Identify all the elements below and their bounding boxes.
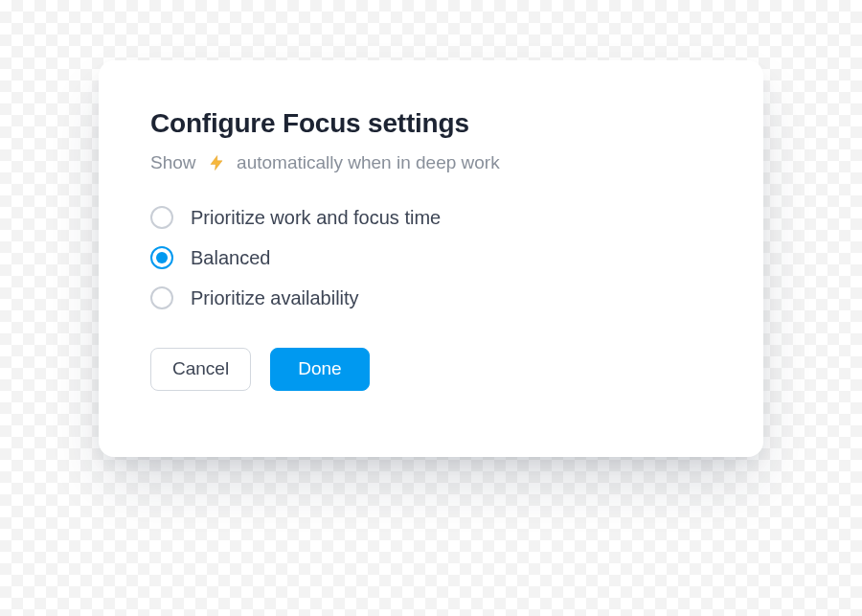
modal-subtitle: Show automatically when in deep work <box>150 152 712 173</box>
option-prioritize-availability[interactable]: Prioritize availability <box>150 286 712 309</box>
radio-icon-selected <box>150 246 173 269</box>
cancel-button[interactable]: Cancel <box>150 348 251 391</box>
focus-settings-modal: Configure Focus settings Show automatica… <box>99 60 763 457</box>
done-button[interactable]: Done <box>270 348 369 391</box>
option-prioritize-work[interactable]: Prioritize work and focus time <box>150 206 712 229</box>
modal-actions: Cancel Done <box>150 348 712 391</box>
option-label: Prioritize work and focus time <box>191 207 441 229</box>
option-label: Balanced <box>191 247 270 269</box>
radio-icon <box>150 206 173 229</box>
lightning-icon <box>207 153 226 172</box>
subtitle-pre: Show <box>150 152 201 173</box>
radio-icon <box>150 286 173 309</box>
option-label: Prioritize availability <box>191 287 359 309</box>
option-balanced[interactable]: Balanced <box>150 246 712 269</box>
modal-title: Configure Focus settings <box>150 108 712 139</box>
radio-group: Prioritize work and focus time Balanced … <box>150 206 712 309</box>
subtitle-post: automatically when in deep work <box>232 152 500 173</box>
